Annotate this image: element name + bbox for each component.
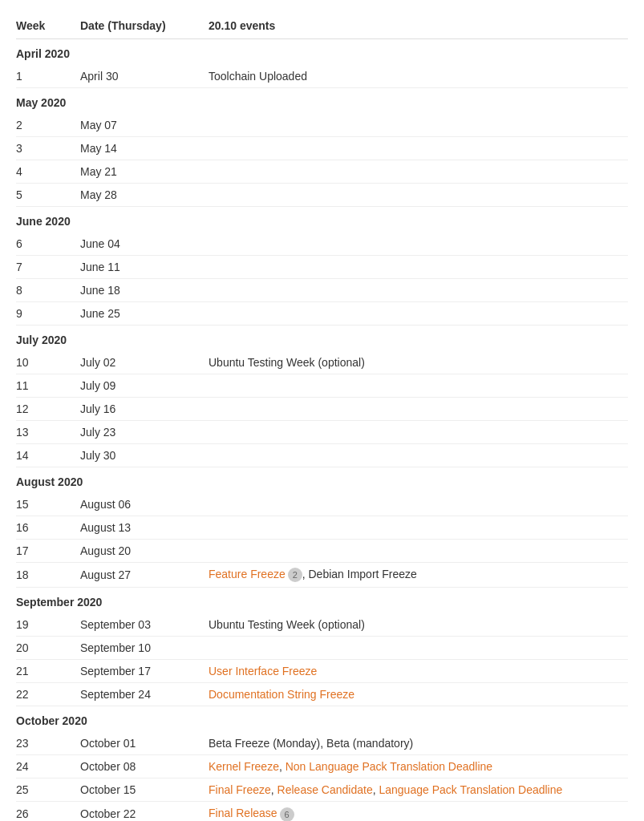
event-plain: Ubuntu Testing Week (optional) <box>209 356 365 369</box>
table-row: 6June 04 <box>16 233 628 256</box>
week-cell: 16 <box>16 516 80 540</box>
table-row: 9June 25 <box>16 302 628 326</box>
week-cell: 26 <box>16 802 80 821</box>
date-cell: June 18 <box>80 279 209 302</box>
table-row: 26October 22Final Release6 <box>16 802 628 821</box>
events-cell <box>209 374 628 398</box>
events-cell <box>209 256 628 279</box>
event-plain: , Debian Import Freeze <box>302 568 417 580</box>
events-cell <box>209 279 628 302</box>
month-label: April 2020 <box>16 39 628 66</box>
month-label: October 2020 <box>16 706 628 733</box>
date-cell: April 30 <box>80 65 209 88</box>
week-cell: 6 <box>16 233 80 256</box>
events-cell <box>209 302 628 326</box>
events-cell <box>209 137 628 160</box>
date-cell: September 17 <box>80 660 209 683</box>
week-cell: 2 <box>16 114 80 137</box>
table-row: 16August 13 <box>16 516 628 540</box>
week-cell: 18 <box>16 563 80 588</box>
event-orange[interactable]: Documentation String Freeze <box>209 688 354 701</box>
week-cell: 4 <box>16 160 80 184</box>
events-cell <box>209 540 628 563</box>
events-cell: Documentation String Freeze <box>209 683 628 706</box>
table-row: 1April 30Toolchain Uploaded <box>16 65 628 88</box>
week-cell: 17 <box>16 540 80 563</box>
date-cell: July 16 <box>80 398 209 421</box>
date-cell: July 09 <box>80 374 209 398</box>
date-cell: October 15 <box>80 779 209 802</box>
table-row: 24October 08Kernel Freeze, Non Language … <box>16 755 628 779</box>
date-cell: May 28 <box>80 184 209 207</box>
events-cell: Feature Freeze2, Debian Import Freeze <box>209 563 628 588</box>
date-cell: July 02 <box>80 351 209 374</box>
event-orange[interactable]: User Interface Freeze <box>209 665 317 677</box>
date-cell: May 21 <box>80 160 209 184</box>
date-cell: October 22 <box>80 802 209 821</box>
table-row: 5May 28 <box>16 184 628 207</box>
week-cell: 13 <box>16 421 80 444</box>
table-row: 7June 11 <box>16 256 628 279</box>
event-orange[interactable]: Final Release <box>209 807 277 819</box>
week-cell: 22 <box>16 683 80 706</box>
week-cell: 11 <box>16 374 80 398</box>
month-header-row: August 2020 <box>16 467 628 494</box>
table-row: 4May 21 <box>16 160 628 184</box>
week-cell: 15 <box>16 493 80 516</box>
event-orange[interactable]: Non Language Pack Translation Deadline <box>286 760 492 773</box>
header-week: Week <box>16 13 80 39</box>
week-cell: 24 <box>16 755 80 779</box>
week-cell: 7 <box>16 256 80 279</box>
date-cell: September 10 <box>80 637 209 660</box>
week-cell: 8 <box>16 279 80 302</box>
week-cell: 23 <box>16 732 80 755</box>
event-plain: Ubuntu Testing Week (optional) <box>209 618 365 631</box>
date-cell: September 03 <box>80 613 209 637</box>
events-cell <box>209 184 628 207</box>
events-cell <box>209 398 628 421</box>
event-orange[interactable]: Release Candidate <box>277 783 373 796</box>
week-cell: 14 <box>16 444 80 467</box>
table-row: 12July 16 <box>16 398 628 421</box>
table-row: 15August 06 <box>16 493 628 516</box>
table-row: 19September 03Ubuntu Testing Week (optio… <box>16 613 628 637</box>
month-header-row: July 2020 <box>16 326 628 352</box>
events-cell <box>209 493 628 516</box>
table-row: 17August 20 <box>16 540 628 563</box>
month-header-row: May 2020 <box>16 88 628 115</box>
date-cell: July 23 <box>80 421 209 444</box>
table-row: 14July 30 <box>16 444 628 467</box>
date-cell: August 27 <box>80 563 209 588</box>
week-cell: 5 <box>16 184 80 207</box>
week-cell: 19 <box>16 613 80 637</box>
event-badge: 6 <box>280 807 294 821</box>
week-cell: 20 <box>16 637 80 660</box>
table-row: 20September 10 <box>16 637 628 660</box>
month-header-row: June 2020 <box>16 207 628 233</box>
event-orange[interactable]: Kernel Freeze <box>209 760 279 773</box>
events-cell: Toolchain Uploaded <box>209 65 628 88</box>
events-cell: Final Release6 <box>209 802 628 821</box>
events-cell: Ubuntu Testing Week (optional) <box>209 351 628 374</box>
date-cell: June 11 <box>80 256 209 279</box>
event-plain: , <box>271 783 277 796</box>
event-orange[interactable]: Feature Freeze <box>209 568 286 580</box>
event-orange[interactable]: Final Freeze <box>209 783 271 796</box>
month-label: May 2020 <box>16 88 628 115</box>
table-row: 8June 18 <box>16 279 628 302</box>
event-orange[interactable]: Language Pack Translation Deadline <box>379 783 562 796</box>
table-row: 25October 15Final Freeze, Release Candid… <box>16 779 628 802</box>
date-cell: June 25 <box>80 302 209 326</box>
date-cell: October 08 <box>80 755 209 779</box>
events-cell: Beta Freeze (Monday), Beta (mandatory) <box>209 732 628 755</box>
event-plain: Toolchain Uploaded <box>209 70 307 83</box>
table-row: 18August 27Feature Freeze2, Debian Impor… <box>16 563 628 588</box>
header-date: Date (Thursday) <box>80 13 209 39</box>
date-cell: May 14 <box>80 137 209 160</box>
week-cell: 10 <box>16 351 80 374</box>
week-cell: 25 <box>16 779 80 802</box>
week-cell: 3 <box>16 137 80 160</box>
table-row: 23October 01Beta Freeze (Monday), Beta (… <box>16 732 628 755</box>
month-label: June 2020 <box>16 207 628 233</box>
date-cell: August 13 <box>80 516 209 540</box>
